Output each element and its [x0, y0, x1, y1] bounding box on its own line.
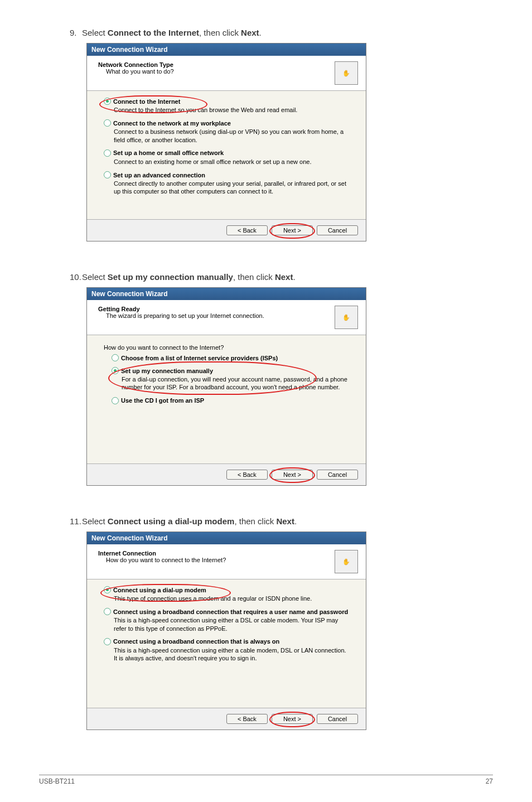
footer-page-number: 27 — [486, 777, 493, 785]
cancel-button[interactable]: Cancel — [317, 714, 358, 724]
dialog-header-title: Network Connection Type — [98, 61, 329, 68]
dialog-header: Internet Connection How do you want to c… — [87, 544, 366, 579]
cancel-button[interactable]: Cancel — [317, 470, 358, 480]
radio-dialup[interactable]: Connect using a dial-up modem — [104, 586, 349, 593]
radio-connect-internet[interactable]: Connect to the Internet — [104, 98, 349, 105]
next-button[interactable]: Next > — [272, 225, 313, 235]
radio-advanced[interactable]: Set up an advanced connection — [104, 171, 349, 178]
dialog-title-bar: New Connection Wizard — [87, 532, 366, 544]
step-9-text: 9.Select Connect to the Internet, then c… — [70, 28, 493, 37]
dialog-header-subtitle: What do you want to do? — [106, 68, 329, 75]
radio-choose-list[interactable]: Choose from a list of Internet service p… — [112, 354, 349, 361]
radio-icon — [104, 638, 111, 645]
wizard-icon: ✋ — [335, 61, 358, 85]
wizard-icon: ✋ — [335, 306, 358, 329]
dialog-header: Getting Ready The wizard is preparing to… — [87, 300, 366, 335]
radio-desc: This is a high-speed connection using ei… — [114, 646, 349, 663]
footer-left: USB-BT211 — [39, 777, 75, 785]
dialog-header-title: Getting Ready — [98, 306, 329, 312]
next-button[interactable]: Next > — [272, 714, 313, 724]
dialog-getting-ready: New Connection Wizard Getting Ready The … — [86, 287, 366, 486]
dialog-title-bar: New Connection Wizard — [87, 288, 366, 300]
cancel-button[interactable]: Cancel — [317, 225, 358, 235]
dialog-header-subtitle: How do you want to connect to the Intern… — [106, 557, 329, 563]
radio-desc: Connect directly to another computer usi… — [114, 180, 349, 196]
page-footer: USB-BT211 27 — [39, 775, 493, 785]
radio-desc: Connect to a business network (using dia… — [114, 128, 349, 144]
radio-icon — [104, 171, 111, 178]
radio-home-office[interactable]: Set up a home or small office network — [104, 149, 349, 157]
radio-broadband-pw[interactable]: Connect using a broadband connection tha… — [104, 608, 349, 615]
button-bar: < Back Next > Cancel — [87, 463, 366, 485]
back-button[interactable]: < Back — [226, 714, 268, 724]
button-bar: < Back Next > Cancel — [87, 708, 366, 729]
radio-icon — [104, 586, 111, 593]
step-11-text: 11.Select Connect using a dial-up modem,… — [70, 516, 493, 526]
radio-desc: For a dial-up connection, you will need … — [122, 375, 349, 392]
radio-connect-workplace[interactable]: Connect to the network at my workplace — [104, 119, 349, 127]
dialog-internet-connection: New Connection Wizard Internet Connectio… — [86, 532, 366, 730]
back-button[interactable]: < Back — [226, 470, 268, 480]
dialog-header-title: Internet Connection — [98, 550, 329, 557]
wizard-icon: ✋ — [335, 550, 358, 573]
radio-icon — [104, 149, 111, 157]
dialog-header: Network Connection Type What do you want… — [87, 56, 366, 91]
radio-desc: This type of connection uses a modem and… — [114, 595, 349, 602]
body-intro: How do you want to connect to the Intern… — [104, 344, 349, 351]
dialog-title-bar: New Connection Wizard — [87, 44, 366, 56]
radio-manual[interactable]: Set up my connection manually — [112, 367, 349, 374]
dialog-connection-type: New Connection Wizard Network Connection… — [86, 43, 366, 241]
radio-broadband-always[interactable]: Connect using a broadband connection tha… — [104, 638, 349, 645]
dialog-header-subtitle: The wizard is preparing to set up your I… — [106, 312, 329, 319]
radio-use-cd[interactable]: Use the CD I got from an ISP — [112, 397, 349, 404]
radio-desc: Connect to the Internet so you can brows… — [114, 106, 349, 114]
radio-icon — [112, 397, 119, 404]
next-button[interactable]: Next > — [272, 470, 313, 480]
radio-desc: Connect to an existing home or small off… — [114, 158, 349, 166]
step-10-text: 10.Select Set up my connection manually,… — [70, 272, 493, 282]
radio-desc: This is a high-speed connection using ei… — [114, 616, 349, 632]
radio-icon — [104, 608, 111, 615]
radio-icon — [112, 354, 119, 361]
radio-icon — [112, 367, 119, 374]
radio-icon — [104, 98, 111, 105]
back-button[interactable]: < Back — [226, 225, 268, 235]
button-bar: < Back Next > Cancel — [87, 219, 366, 241]
radio-icon — [104, 119, 111, 127]
